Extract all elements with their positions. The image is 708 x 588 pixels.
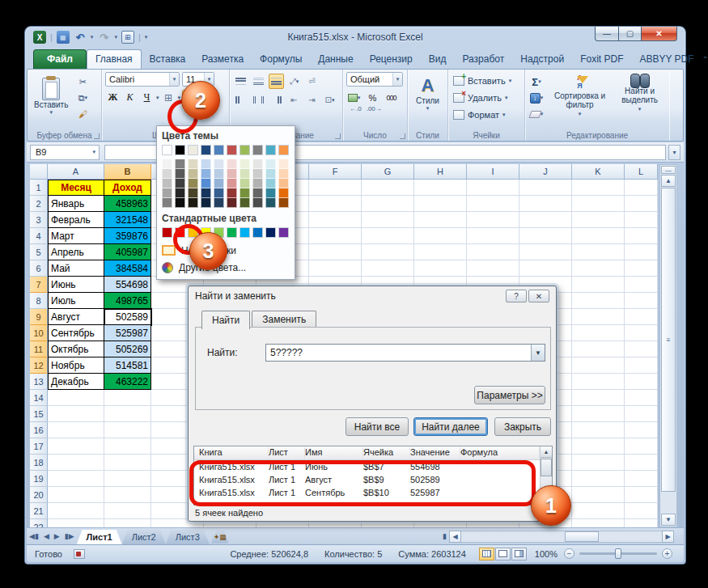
tint-swatch-6-3[interactable] (227, 179, 237, 188)
dialog-help-button[interactable]: ? (506, 290, 527, 302)
tint-swatch-6-1[interactable] (227, 159, 237, 169)
cell-B5[interactable]: 405987 (104, 244, 151, 260)
results-column-Ячейка[interactable]: Ячейка (363, 447, 410, 459)
alignment-dialog-launcher[interactable] (335, 133, 341, 139)
percent-style-icon[interactable]: % (365, 90, 380, 105)
tint-swatch-10-5[interactable] (278, 198, 289, 208)
results-scroll-up-icon[interactable]: ▲ (541, 446, 552, 458)
find-select-button[interactable]: Найти и выделить▾ (613, 72, 666, 115)
find-what-combobox[interactable]: 5????? ▼ (265, 344, 545, 362)
tint-swatch-1-3[interactable] (162, 179, 172, 188)
row-header-22[interactable]: 22 (30, 519, 48, 527)
cell-A13[interactable]: Декабрь (48, 374, 104, 390)
standard-color-swatch-8[interactable] (252, 227, 263, 238)
tint-swatch-4-4[interactable] (201, 188, 211, 198)
cell-A7[interactable]: Июнь (48, 277, 104, 293)
tint-swatch-9-1[interactable] (265, 159, 276, 169)
cell-B11[interactable]: 505269 (104, 341, 151, 357)
tint-swatch-2-4[interactable] (175, 188, 185, 198)
ribbon-tab-Рецензир[interactable]: Рецензир (362, 50, 421, 69)
results-column-Значение[interactable]: Значение (410, 447, 460, 459)
ribbon-tab-Разработ[interactable]: Разработ (454, 50, 512, 69)
column-header-I[interactable]: I (467, 164, 519, 180)
more-colors-item[interactable]: Другие цвета... (162, 259, 290, 276)
cell-B2[interactable]: 458963 (104, 196, 151, 212)
tint-swatch-6-4[interactable] (227, 188, 237, 198)
last-sheet-icon[interactable]: ▮▶ (62, 532, 77, 540)
tint-swatch-5-1[interactable] (214, 159, 224, 169)
row-header-8[interactable]: 8 (30, 293, 48, 309)
vscroll-thumb[interactable]: ≡ (661, 188, 676, 492)
results-column-Имя[interactable]: Имя (305, 447, 363, 459)
select-all-corner[interactable] (30, 164, 48, 180)
tint-swatch-7-2[interactable] (240, 169, 250, 179)
zoom-level[interactable]: 100% (535, 549, 557, 559)
tint-swatch-8-1[interactable] (252, 159, 263, 169)
autosum-button[interactable]: Σ▾ (528, 74, 545, 89)
tint-swatch-2-2[interactable] (175, 169, 185, 179)
cut-icon[interactable]: ✂ (74, 74, 91, 89)
dialog-close-button[interactable]: ✕ (528, 290, 549, 302)
tint-swatch-4-1[interactable] (201, 159, 211, 169)
tint-swatch-3-4[interactable] (188, 188, 198, 198)
italic-button[interactable]: К (122, 90, 138, 105)
font-name-combobox[interactable]: Calibri▾ (105, 72, 180, 87)
column-header-K[interactable]: K (572, 164, 625, 180)
row-header-16[interactable]: 16 (30, 422, 48, 438)
cell-B12[interactable]: 514581 (104, 357, 151, 374)
tint-swatch-3-2[interactable] (188, 169, 198, 179)
page-layout-view-button[interactable] (495, 548, 511, 561)
ribbon-tab-Формулы[interactable]: Формулы (252, 50, 310, 69)
row-header-2[interactable]: 2 (30, 196, 48, 212)
row-header-1[interactable]: 1 (30, 180, 48, 196)
tint-swatch-5-3[interactable] (214, 179, 224, 188)
zoom-slider[interactable] (579, 552, 657, 555)
ribbon-tab-Файл[interactable]: Файл (33, 49, 87, 69)
row-header-19[interactable]: 19 (30, 471, 48, 487)
cell-B3[interactable]: 321548 (104, 212, 151, 228)
tint-swatch-9-2[interactable] (265, 169, 276, 179)
theme-color-swatch-10[interactable] (278, 145, 289, 155)
paste-button[interactable]: Вставить▾ (31, 76, 71, 117)
underline-dropdown-icon[interactable]: ▾ (156, 95, 159, 101)
bold-button[interactable]: Ж (105, 90, 121, 105)
merge-center-icon[interactable]: ⊡▾ (322, 92, 337, 108)
theme-color-swatch-7[interactable] (240, 145, 250, 155)
fill-button[interactable]: ↓▾ (528, 91, 545, 105)
tab-find[interactable]: Найти (201, 311, 250, 329)
close-button[interactable]: ✕ (642, 27, 677, 41)
row-header-10[interactable]: 10 (30, 325, 48, 341)
cell-A4[interactable]: Март (48, 228, 104, 244)
standard-color-swatch-10[interactable] (278, 227, 289, 238)
tint-swatch-2-5[interactable] (175, 198, 185, 208)
zoom-slider-thumb[interactable] (615, 548, 621, 559)
tint-swatch-5-4[interactable] (214, 188, 224, 198)
align-bottom-icon[interactable] (269, 74, 284, 89)
format-cells-button[interactable]: Формат▾ (453, 106, 521, 123)
minimize-button[interactable]: — (595, 27, 619, 41)
combobox-dropdown-icon[interactable]: ▼ (531, 345, 545, 361)
row-header-14[interactable]: 14 (30, 390, 48, 406)
hscroll-thumb[interactable] (565, 531, 599, 542)
tab-splitter[interactable]: ▮ (440, 532, 449, 540)
prev-sheet-icon[interactable]: ◀ (41, 532, 52, 540)
normal-view-button[interactable] (479, 548, 494, 561)
row-header-6[interactable]: 6 (30, 260, 48, 277)
number-dialog-launcher[interactable] (400, 133, 405, 139)
find-all-button[interactable]: Найти все (346, 417, 409, 436)
column-header-G[interactable]: G (362, 164, 414, 180)
hscroll-right-icon[interactable]: ▶ (662, 531, 674, 543)
hscroll-left-icon[interactable]: ◀ (449, 531, 461, 543)
zoom-out-button[interactable]: − (564, 548, 574, 559)
cell-B8[interactable]: 498765 (104, 293, 151, 309)
next-sheet-icon[interactable]: ▶ (52, 532, 62, 540)
sheet-tab-Лист3[interactable]: Лист3 (166, 530, 210, 544)
row-header-4[interactable]: 4 (30, 228, 48, 244)
comma-style-icon[interactable]: 000 (384, 90, 399, 105)
active-cell-B9[interactable]: 502589 (104, 308, 152, 326)
wrap-text-icon[interactable]: ⏎ (304, 74, 320, 89)
row-header-12[interactable]: 12 (30, 357, 48, 374)
collapse-ribbon-icon[interactable]: ⌃ (702, 55, 708, 64)
tint-swatch-1-1[interactable] (162, 159, 172, 169)
standard-color-swatch-6[interactable] (227, 227, 237, 238)
